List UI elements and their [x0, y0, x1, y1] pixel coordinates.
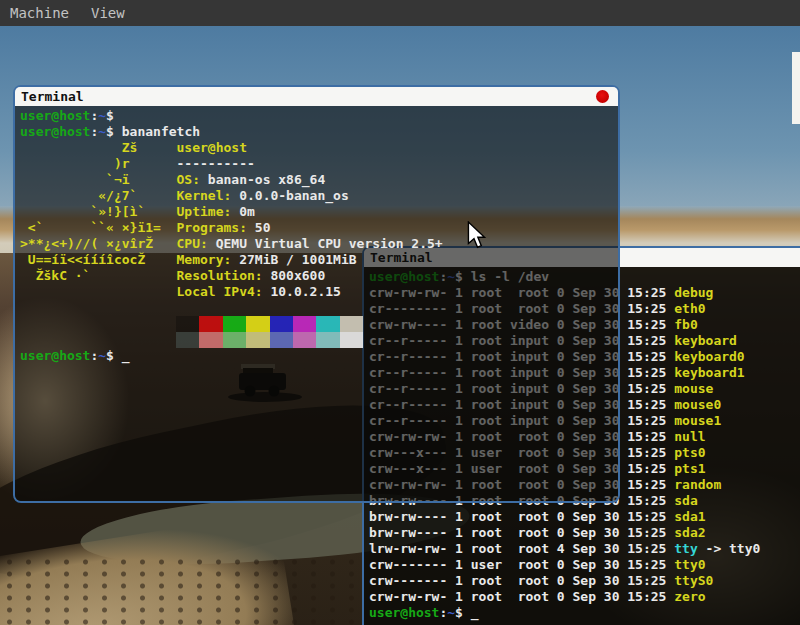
ls-row-attrs: brw-rw---- 1 root root 0 Sep 30 15:25 — [369, 525, 674, 540]
ls-row: crw------- 1 user root 0 Sep 30 15:25 tt… — [369, 557, 800, 573]
text-cursor: _ — [122, 348, 130, 363]
prompt-path: ~ — [98, 108, 106, 123]
prompt-dollar: $ — [106, 348, 122, 363]
fetch-label: user@host — [177, 140, 247, 155]
palette-color-block — [293, 332, 316, 348]
palette-color-block — [199, 316, 222, 332]
ascii-art: )r — [20, 156, 177, 172]
fetch-label: Memory: — [177, 252, 240, 267]
fetch-label: Local IPv4: — [177, 284, 271, 299]
terminal-window-1[interactable]: Terminal user@host:~$ user@host:~$ banan… — [13, 85, 620, 503]
menu-bar: MachineView — [0, 0, 800, 26]
ls-row-attrs: crw-rw-rw- 1 root root 0 Sep 30 15:25 — [369, 589, 674, 604]
prompt-user: user@host — [369, 605, 439, 620]
fetch-label: Kernel: — [177, 188, 240, 203]
palette-color-block — [223, 316, 246, 332]
mouse-cursor-icon — [467, 221, 487, 255]
terminal1-title: Terminal — [21, 89, 84, 104]
ls-row-name: random — [674, 477, 721, 492]
palette-color-block — [223, 332, 246, 348]
prompt-dollar: $ — [455, 605, 471, 620]
menu-item[interactable]: Machine — [10, 5, 69, 21]
palette-color-block — [293, 316, 316, 332]
ls-row-name: mouse1 — [674, 413, 721, 428]
bananfetch-output: Zšuser@host )r---------- `¬ïOS: banan-os… — [20, 140, 618, 300]
prompt-user: user@host — [20, 348, 90, 363]
ls-row-name: keyboard0 — [674, 349, 744, 364]
palette-color-block — [316, 316, 339, 332]
ls-row-name: sda — [674, 493, 697, 508]
fetch-line: `¬ïOS: banan-os x86_64 — [20, 172, 618, 188]
prompt-line: user@host:~$ bananfetch — [20, 124, 618, 140]
ls-row-name: zero — [674, 589, 705, 604]
ascii-art: `»!}[ì` — [20, 204, 177, 220]
ls-row-name: ttyS0 — [674, 573, 713, 588]
ascii-art: U==íï<<íííîcocŽ — [20, 252, 177, 268]
palette-color-block — [246, 332, 269, 348]
close-button-icon[interactable] — [596, 90, 609, 103]
ls-row-name: tty0 — [674, 557, 705, 572]
terminal1-title-bar[interactable]: Terminal — [15, 87, 618, 106]
wallpaper-pebbles — [0, 556, 360, 625]
wallpaper-edge-sliver — [792, 52, 800, 124]
terminal1-content[interactable]: user@host:~$ user@host:~$ bananfetch Zšu… — [15, 106, 618, 501]
ls-row-name: mouse0 — [674, 397, 721, 412]
prompt-dollar: $ — [106, 108, 122, 123]
ls-row-name: mouse — [674, 381, 713, 396]
palette-color-block — [316, 332, 339, 348]
fetch-line: >**¿<+)//( ×¿vîrŽCPU: QEMU Virtual CPU v… — [20, 236, 618, 252]
prompt-user: user@host — [20, 108, 90, 123]
ls-row: crw-rw-rw- 1 root root 0 Sep 30 15:25 ze… — [369, 589, 800, 605]
palette-color-block — [270, 332, 293, 348]
color-palette-row-normal — [176, 316, 618, 332]
prompt-line: user@host:~$ — [20, 108, 618, 124]
fetch-value: banan-os x86_64 — [208, 172, 325, 187]
prompt-line: user@host:~$ _ — [369, 605, 800, 621]
fetch-value: QEMU Virtual CPU version 2.5+ — [216, 236, 443, 251]
palette-color-block — [246, 316, 269, 332]
ls-row-name: keyboard1 — [674, 365, 744, 380]
ls-row: crw------- 1 root root 0 Sep 30 15:25 tt… — [369, 573, 800, 589]
ascii-art: «/¿7` — [20, 188, 177, 204]
ls-row-name: tty — [674, 541, 697, 556]
fetch-label: Programs: — [177, 220, 255, 235]
prompt-dollar: $ — [106, 124, 122, 139]
ls-row-name: keyboard — [674, 333, 737, 348]
fetch-line: `»!}[ì`Uptime: 0m — [20, 204, 618, 220]
fetch-label: OS: — [177, 172, 208, 187]
ls-row-name: eth0 — [674, 301, 705, 316]
ls-row-name: sda2 — [674, 525, 705, 540]
fetch-value: 10.0.2.15 — [270, 284, 340, 299]
fetch-line: Local IPv4: 10.0.2.15 — [20, 284, 618, 300]
ls-row-attrs: lrw-rw-rw- 1 root root 4 Sep 30 15:25 — [369, 541, 674, 556]
ls-row-name: fb0 — [674, 317, 697, 332]
blank-line — [20, 300, 618, 316]
ascii-art: <` ``« ×}ï1= — [20, 220, 177, 236]
fetch-line: <` ``« ×}ï1=Programs: 50 — [20, 220, 618, 236]
prompt-user: user@host — [20, 124, 90, 139]
fetch-label: Uptime: — [177, 204, 240, 219]
ls-row-attrs: crw------- 1 user root 0 Sep 30 15:25 — [369, 557, 674, 572]
ls-row: lrw-rw-rw- 1 root root 4 Sep 30 15:25 tt… — [369, 541, 800, 557]
menu-item[interactable]: View — [91, 5, 125, 21]
ascii-art: ŽškC ·` — [20, 268, 177, 284]
fetch-value: 800x600 — [270, 268, 325, 283]
vm-screen: MachineView Terminal user — [0, 0, 800, 625]
fetch-line: Zšuser@host — [20, 140, 618, 156]
fetch-line: ŽškC ·`Resolution: 800x600 — [20, 268, 618, 284]
palette-color-block — [176, 332, 199, 348]
fetch-value: 0m — [239, 204, 255, 219]
prompt-line: user@host:~$ _ — [20, 348, 618, 364]
ls-row-name: pts1 — [674, 461, 705, 476]
fetch-value: 50 — [255, 220, 271, 235]
ascii-art: Zš — [20, 140, 177, 156]
palette-color-block — [270, 316, 293, 332]
fetch-line: )r---------- — [20, 156, 618, 172]
ls-row-name: sda1 — [674, 509, 705, 524]
color-palette-row-bright — [176, 332, 618, 348]
fetch-value: 0.0.0-banan_os — [239, 188, 349, 203]
fetch-value: ---------- — [177, 156, 255, 171]
fetch-label: CPU: — [177, 236, 216, 251]
ls-row-name: pts0 — [674, 445, 705, 460]
palette-color-block — [340, 332, 363, 348]
